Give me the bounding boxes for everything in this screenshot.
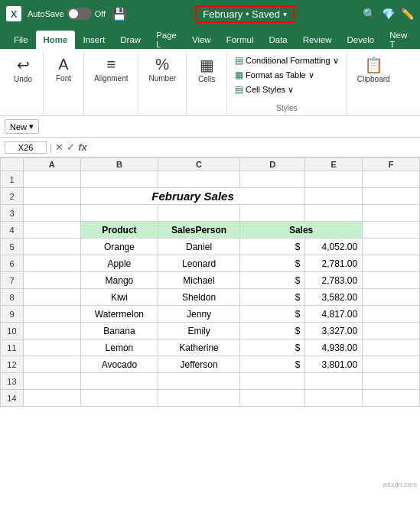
tab-page-layout[interactable]: Page L xyxy=(148,31,184,49)
cell-d8[interactable]: $ xyxy=(239,289,304,306)
tab-draw[interactable]: Draw xyxy=(112,31,148,49)
share-icon[interactable]: ✏️ xyxy=(401,8,414,20)
cell-d3[interactable] xyxy=(239,205,304,222)
cell-d6[interactable]: $ xyxy=(239,255,304,272)
title-dropdown-icon[interactable]: ▾ xyxy=(283,10,287,18)
cell-c12[interactable]: Jefferson xyxy=(158,356,240,373)
cell-f4[interactable] xyxy=(363,222,420,239)
formula-input[interactable] xyxy=(90,141,415,154)
cell-d14[interactable] xyxy=(239,390,304,407)
cell-f8[interactable] xyxy=(363,289,420,306)
cell-c14[interactable] xyxy=(158,390,240,407)
cell-b4-product[interactable]: Product xyxy=(80,222,158,239)
conditional-formatting-button[interactable]: ▤ Conditional Formatting ∨ xyxy=(232,54,342,67)
row-header-10[interactable]: 10 xyxy=(1,323,24,339)
row-header-5[interactable]: 5 xyxy=(1,239,24,255)
cell-f2[interactable] xyxy=(363,188,420,205)
cell-e13[interactable] xyxy=(305,373,363,390)
tab-data[interactable]: Data xyxy=(261,31,295,49)
undo-button[interactable]: ↩ Undo xyxy=(9,54,37,86)
cell-f3[interactable] xyxy=(363,205,420,222)
cell-a9[interactable] xyxy=(23,306,80,323)
row-header-8[interactable]: 8 xyxy=(1,289,24,306)
formula-fx-icon[interactable]: fx xyxy=(78,141,87,153)
cell-e9[interactable]: 4,817.00 xyxy=(305,306,363,323)
cell-e3[interactable] xyxy=(305,205,363,222)
cell-styles-button[interactable]: ▤ Cell Styles ∨ xyxy=(232,83,342,96)
cell-a7[interactable] xyxy=(23,272,80,289)
cell-e12[interactable]: 3,801.00 xyxy=(305,356,363,373)
row-header-6[interactable]: 6 xyxy=(1,255,24,272)
cell-b1[interactable] xyxy=(80,171,158,188)
cell-c7[interactable]: Michael xyxy=(158,272,240,289)
tab-view[interactable]: View xyxy=(184,31,219,49)
cell-a11[interactable] xyxy=(23,339,80,356)
cell-d12[interactable]: $ xyxy=(239,356,304,373)
tab-developer[interactable]: Develo xyxy=(339,31,382,49)
cell-d11[interactable]: $ xyxy=(239,339,304,356)
tab-review[interactable]: Review xyxy=(295,31,340,49)
save-icon[interactable]: 💾 xyxy=(112,7,127,21)
cell-d4-sales[interactable]: Sales xyxy=(239,222,362,239)
col-header-f[interactable]: F xyxy=(363,158,420,171)
format-as-table-button[interactable]: ▦ Format as Table ∨ xyxy=(232,68,342,82)
cell-c8[interactable]: Sheldon xyxy=(158,289,240,306)
confirm-formula-icon[interactable]: ✓ xyxy=(67,141,75,153)
cell-b12[interactable]: Avocado xyxy=(80,356,158,373)
cell-a1[interactable] xyxy=(23,171,80,188)
cell-c10[interactable]: Emily xyxy=(158,323,240,339)
number-button[interactable]: % Number xyxy=(145,54,180,85)
cell-a8[interactable] xyxy=(23,289,80,306)
cell-b7[interactable]: Mango xyxy=(80,272,158,289)
tab-file[interactable]: File xyxy=(6,31,36,49)
diamond-icon[interactable]: 💎 xyxy=(382,8,395,20)
tab-formulas[interactable]: Formul xyxy=(219,31,262,49)
cell-b3[interactable] xyxy=(80,205,158,222)
row-header-4[interactable]: 4 xyxy=(1,222,24,239)
cell-f7[interactable] xyxy=(363,272,420,289)
cell-d13[interactable] xyxy=(239,373,304,390)
cell-b9[interactable]: Watermelon xyxy=(80,306,158,323)
cell-e6[interactable]: 2,781.00 xyxy=(305,255,363,272)
cell-b11[interactable]: Lemon xyxy=(80,339,158,356)
cell-e5[interactable]: 4,052.00 xyxy=(305,239,363,255)
col-header-a[interactable]: A xyxy=(23,158,80,171)
cell-a2[interactable] xyxy=(23,188,80,205)
row-header-9[interactable]: 9 xyxy=(1,306,24,323)
col-header-d[interactable]: D xyxy=(239,158,304,171)
tab-new-tab[interactable]: New T xyxy=(382,31,415,49)
alignment-button[interactable]: ≡ Alignment xyxy=(90,54,132,85)
row-header-13[interactable]: 13 xyxy=(1,373,24,390)
cell-e8[interactable]: 3,582.00 xyxy=(305,289,363,306)
cell-c1[interactable] xyxy=(158,171,240,188)
cell-b5[interactable]: Orange xyxy=(80,239,158,255)
row-header-2[interactable]: 2 xyxy=(1,188,24,205)
cell-d5[interactable]: $ xyxy=(239,239,304,255)
cell-f9[interactable] xyxy=(363,306,420,323)
cell-d1[interactable] xyxy=(239,171,304,188)
col-header-e[interactable]: E xyxy=(305,158,363,171)
cell-reference[interactable]: X26 xyxy=(5,141,47,154)
search-icon[interactable]: 🔍 xyxy=(363,8,376,20)
cell-c5[interactable]: Daniel xyxy=(158,239,240,255)
cell-a13[interactable] xyxy=(23,373,80,390)
cell-f12[interactable] xyxy=(363,356,420,373)
cell-d7[interactable]: $ xyxy=(239,272,304,289)
document-title-box[interactable]: February • Saved ▾ xyxy=(195,5,295,23)
cell-d10[interactable]: $ xyxy=(239,323,304,339)
tab-insert[interactable]: Insert xyxy=(75,31,112,49)
cell-b6[interactable]: Apple xyxy=(80,255,158,272)
cell-c4-salesperson[interactable]: SalesPerson xyxy=(158,222,240,239)
row-header-1[interactable]: 1 xyxy=(1,171,24,188)
autosave-toggle[interactable] xyxy=(67,8,92,20)
cell-e10[interactable]: 3,327.00 xyxy=(305,323,363,339)
cell-b14[interactable] xyxy=(80,390,158,407)
cell-f14[interactable] xyxy=(363,390,420,407)
cell-f6[interactable] xyxy=(363,255,420,272)
cell-a10[interactable] xyxy=(23,323,80,339)
cell-f13[interactable] xyxy=(363,373,420,390)
tab-help[interactable]: Help xyxy=(415,31,420,49)
cell-e2[interactable] xyxy=(305,188,363,205)
col-header-c[interactable]: C xyxy=(158,158,240,171)
cell-e11[interactable]: 4,938.00 xyxy=(305,339,363,356)
